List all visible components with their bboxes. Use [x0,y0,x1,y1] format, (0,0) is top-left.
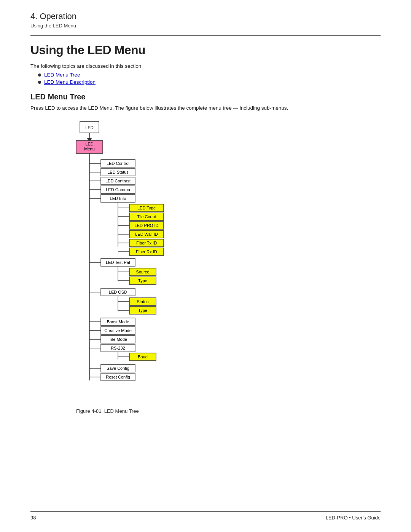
svg-text:Baud: Baud [138,355,148,359]
svg-text:Save Config: Save Config [107,366,129,371]
svg-text:Type: Type [138,278,147,283]
list-item: LED Menu Description [38,79,381,85]
svg-text:LED Status: LED Status [107,170,129,174]
svg-text:LED Type: LED Type [137,206,156,210]
subheader-text: Using the LED Menu [30,23,381,29]
page-number: 98 [30,515,36,521]
svg-text:Tile Mode: Tile Mode [109,337,127,342]
topic-list: LED Menu Tree LED Menu Description [38,72,381,85]
svg-text:LED Wall ID: LED Wall ID [135,232,158,236]
link-led-menu-description[interactable]: LED Menu Description [44,79,96,85]
section-divider [30,35,381,36]
svg-text:Source: Source [136,270,150,274]
svg-text:LED Gamma: LED Gamma [106,187,130,192]
svg-text:LED Test Pat: LED Test Pat [106,260,130,265]
svg-text:LED-PRO ID: LED-PRO ID [135,223,159,228]
footer-product: LED-PRO • User's Guide [326,515,381,521]
svg-text:LED Info: LED Info [110,196,126,201]
svg-text:LED: LED [85,142,93,146]
svg-text:Reset Config: Reset Config [106,375,130,379]
svg-text:Boost Mode: Boost Mode [107,320,129,324]
svg-text:Fiber Rx ID: Fiber Rx ID [136,249,157,254]
link-led-menu-tree[interactable]: LED Menu Tree [44,72,80,78]
bullet-dot [38,81,41,84]
tree-diagram: LED LED Menu LED Control LED [42,118,381,404]
svg-text:Tile Count: Tile Count [137,214,156,219]
svg-text:LED Contrast: LED Contrast [105,179,131,183]
svg-text:Creative Mode: Creative Mode [104,328,132,333]
svg-text:Fiber Tx ID: Fiber Tx ID [136,241,157,245]
tree-svg: LED LED Menu LED Control LED [42,118,209,403]
svg-text:LED: LED [85,125,93,130]
page-footer: 98 LED-PRO • User's Guide [30,511,381,521]
bullet-dot [38,73,41,77]
list-item: LED Menu Tree [38,72,381,78]
svg-text:Status: Status [137,299,149,304]
figure-caption: Figure 4-81. LED Menu Tree [76,408,381,414]
page-title: Using the LED Menu [30,43,381,57]
intro-text: The following topics are discussed in th… [30,63,381,69]
section-intro: Press LED to access the LED Menu. The fi… [30,105,289,111]
svg-text:Type: Type [138,308,147,313]
svg-text:LED Control: LED Control [107,161,129,166]
svg-text:RS-232: RS-232 [111,346,125,350]
svg-text:LED OSD: LED OSD [109,290,127,294]
section-heading: LED Menu Tree [30,93,381,101]
chapter-title: 4. Operation [30,11,381,21]
svg-text:Menu: Menu [84,147,95,151]
